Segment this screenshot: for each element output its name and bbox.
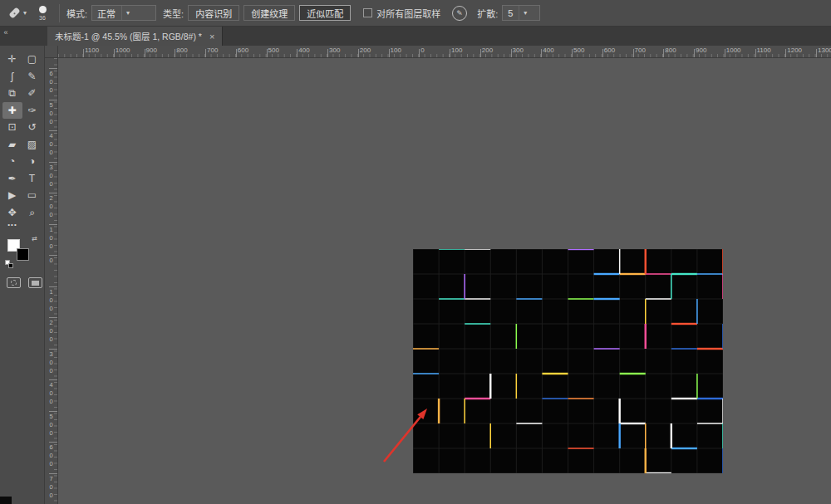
quick-mask-icon bbox=[11, 280, 17, 286]
pen-pressure-icon[interactable]: ✎ bbox=[452, 6, 467, 21]
double-chevron-icon[interactable]: « bbox=[0, 27, 12, 46]
diffusion-select[interactable]: 5 ▾ bbox=[502, 5, 540, 21]
rectangular-marquee-tool[interactable]: ▢ bbox=[22, 51, 42, 68]
quick-selection-tool[interactable]: ✎ bbox=[22, 68, 42, 86]
spot-healing-brush-icon bbox=[8, 7, 20, 18]
ruler-tick bbox=[236, 49, 237, 57]
brush-size-value: 36 bbox=[39, 15, 46, 21]
ruler-number: 200 bbox=[360, 46, 371, 54]
ruler-tick bbox=[725, 49, 725, 57]
window-corner bbox=[0, 497, 12, 504]
clone-stamp-tool[interactable]: ⊡ bbox=[2, 119, 22, 136]
ruler-number: 0 bbox=[420, 46, 424, 54]
ruler-tick bbox=[49, 100, 57, 100]
eraser-tool[interactable]: ▰ bbox=[2, 136, 22, 154]
ruler-tick bbox=[49, 349, 57, 350]
document-image[interactable] bbox=[413, 249, 723, 473]
ruler-number: 1000 bbox=[116, 46, 130, 54]
ruler-number: 300 bbox=[47, 350, 55, 375]
sample-all-layers-option: 对所有图层取样 bbox=[363, 7, 440, 20]
blur-tool[interactable]: ◔ bbox=[2, 153, 22, 170]
ruler-number: 1300 bbox=[818, 46, 831, 54]
ruler-tick bbox=[450, 49, 450, 57]
eyedropper-tool[interactable]: ✐ bbox=[22, 85, 42, 102]
ruler-number: 1100 bbox=[757, 46, 771, 54]
lasso-tool[interactable]: ʃ bbox=[2, 68, 22, 86]
gradient-tool[interactable]: ▨ bbox=[22, 136, 42, 154]
ruler-tick bbox=[49, 411, 57, 412]
ruler-tick bbox=[511, 49, 512, 57]
type-button-create-texture[interactable]: 创建纹理 bbox=[243, 5, 295, 21]
options-bar: ▾ 36 模式: 正常 ▾ 类型: 内容识别创建纹理近似匹配 对所有图层取样 ✎… bbox=[0, 0, 831, 27]
dodge-tool[interactable]: ◑ bbox=[22, 153, 42, 170]
ruler-tick bbox=[419, 49, 420, 57]
ruler-number: 400 bbox=[298, 46, 309, 54]
type-button-group: 内容识别创建纹理近似匹配 bbox=[188, 5, 355, 21]
swap-colors-icon[interactable]: ⇄ bbox=[32, 235, 37, 242]
spot-healing-brush-tool[interactable]: ✚ bbox=[2, 102, 22, 120]
tool-preset-picker[interactable]: ▾ bbox=[5, 7, 31, 19]
close-tab-icon[interactable]: × bbox=[209, 32, 214, 42]
ruler-number: 200 bbox=[47, 319, 55, 344]
crop-tool[interactable]: ⧉ bbox=[2, 85, 22, 102]
default-colors-icon[interactable] bbox=[5, 260, 15, 270]
move-tool[interactable]: ✛ bbox=[2, 51, 22, 68]
screen-mode-icon bbox=[32, 281, 39, 286]
history-brush-tool[interactable]: ↺ bbox=[22, 119, 42, 136]
red-arrow-annotation bbox=[372, 397, 447, 472]
zoom-tool[interactable]: ⌕ bbox=[22, 204, 42, 222]
ruler-tick bbox=[49, 162, 57, 163]
color-swatches: ⇄ bbox=[5, 235, 40, 270]
brush-tool[interactable]: ✑ bbox=[22, 102, 42, 120]
sample-all-layers-checkbox[interactable] bbox=[363, 8, 372, 17]
ruler-number: 300 bbox=[513, 46, 524, 54]
background-color-swatch[interactable] bbox=[17, 248, 29, 261]
type-button-content-aware[interactable]: 内容识别 bbox=[188, 5, 239, 21]
vertical-ruler[interactable]: 6005004003002001000100200300400500600700 bbox=[45, 58, 58, 504]
ruler-tick bbox=[49, 255, 57, 256]
ruler-number: 300 bbox=[329, 46, 340, 54]
ruler-number: 900 bbox=[696, 46, 706, 54]
document-tab[interactable]: 未标题-1 @ 45.5% (图层 1, RGB/8#) * × bbox=[47, 27, 223, 46]
ruler-number: 600 bbox=[238, 46, 248, 54]
ruler-tick bbox=[633, 49, 634, 57]
ruler-number: 400 bbox=[47, 132, 55, 157]
ruler-number: 500 bbox=[268, 46, 279, 54]
ruler-number: 600 bbox=[47, 70, 55, 95]
toolbar-bottom bbox=[7, 277, 44, 288]
mode-select[interactable]: 正常 ▾ bbox=[91, 5, 156, 21]
path-selection-tool[interactable]: ▶ bbox=[2, 187, 22, 204]
ruler-number: 500 bbox=[47, 101, 55, 126]
ruler-number: 200 bbox=[482, 46, 493, 54]
ruler-tick bbox=[267, 49, 268, 57]
tab-bar: « 未标题-1 @ 45.5% (图层 1, RGB/8#) * × bbox=[0, 27, 831, 46]
ruler-tick bbox=[389, 49, 390, 57]
rectangle-tool[interactable]: ▭ bbox=[22, 187, 42, 204]
ruler-tick bbox=[83, 49, 84, 57]
pen-tool[interactable]: ✒ bbox=[2, 170, 22, 188]
quick-mask-button[interactable] bbox=[7, 277, 21, 288]
default-background bbox=[8, 263, 13, 268]
horizontal-ruler[interactable]: 1100100090080070060050040030020010001002… bbox=[58, 46, 831, 58]
ruler-tick bbox=[541, 49, 542, 57]
arrow-line bbox=[384, 417, 420, 462]
brush-size-preview[interactable]: 36 bbox=[32, 6, 52, 21]
ruler-number: 700 bbox=[207, 46, 218, 54]
edit-toolbar-button[interactable]: ••• bbox=[2, 221, 22, 228]
type-tool[interactable]: T bbox=[22, 170, 42, 188]
ruler-tick bbox=[785, 49, 786, 57]
type-button-proximity-match[interactable]: 近似匹配 bbox=[299, 5, 351, 21]
hand-tool[interactable]: ✥ bbox=[2, 204, 22, 222]
brush-tip-icon bbox=[39, 6, 47, 13]
canvas-area[interactable] bbox=[58, 58, 831, 504]
ruler-tick bbox=[694, 49, 695, 57]
grid-image-svg bbox=[413, 249, 723, 473]
tools-panel: ✛▢ʃ✎⧉✐✚✑⊡↺▰▨◔◑✒T▶▭✥⌕ ••• ⇄ bbox=[0, 46, 45, 504]
ruler-number: 900 bbox=[146, 46, 157, 54]
chevron-down-icon: ▾ bbox=[23, 9, 27, 17]
mode-label: 模式: bbox=[66, 7, 87, 20]
screen-mode-button[interactable] bbox=[28, 277, 42, 288]
ruler-number: 1000 bbox=[726, 46, 741, 54]
type-label: 类型: bbox=[163, 7, 184, 20]
ruler-corner[interactable] bbox=[45, 46, 58, 58]
